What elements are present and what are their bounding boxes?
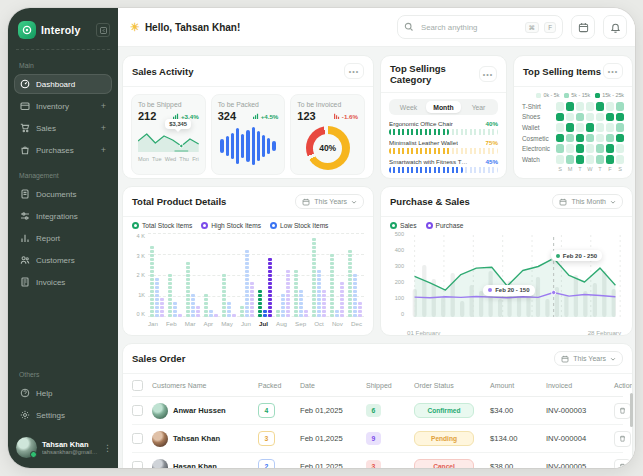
delete-button[interactable] [614, 431, 631, 447]
col-order-status: Order Status [414, 382, 486, 389]
shipped-sparkline: $3,345 [138, 128, 199, 154]
purchase-sales-body: Sales Purchase 5004003002001000 Feb 20 -… [381, 217, 632, 336]
section-label: Others [14, 367, 112, 383]
tab-week[interactable]: Week [391, 101, 426, 113]
notifications-button[interactable] [603, 15, 627, 39]
sidebar-item-settings[interactable]: Settings [14, 405, 112, 425]
trend-up-icon [253, 113, 259, 119]
row-1: Sales Activity ••• To be Shipped 212 [122, 55, 633, 179]
y-tick: 200 [390, 279, 404, 285]
items-heatmap: T-ShirtShoesWalletCosmeticElectronicWatc… [522, 102, 624, 172]
category-bar [389, 129, 498, 135]
sidebar-item-sales[interactable]: Sales + [14, 118, 112, 138]
sidebar-item-customers[interactable]: Customers [14, 250, 112, 270]
tile-value: 123 [297, 110, 315, 122]
heatmap-day-label: S [556, 166, 564, 172]
user-card[interactable]: Tahsan Khan tahsankhan@gmail.com ⋮ [8, 429, 118, 468]
sidebar-item-help[interactable]: Help [14, 383, 112, 403]
chart-tooltip: $3,345 [165, 119, 191, 129]
calendar-button[interactable] [571, 15, 595, 39]
legend-ring-icon [132, 222, 139, 229]
heatmap-cell [596, 102, 604, 111]
heatmap-row-label: Wallet [522, 124, 554, 131]
gear-icon [20, 410, 30, 420]
sidebar-item-documents[interactable]: Documents [14, 184, 112, 204]
heatmap-cell [566, 134, 574, 143]
card-head: Total Product Details This Years [123, 187, 373, 217]
period-dropdown[interactable]: This Month [552, 194, 623, 209]
bar [252, 127, 255, 165]
heatmap-day-label: M [566, 166, 574, 172]
card-title: Total Product Details [132, 196, 226, 207]
heatmap-cell [556, 134, 564, 143]
row-checkbox[interactable] [132, 461, 143, 468]
card-title: Sales Order [132, 353, 185, 364]
category-item: Smartwatch with Fitness Tracking45% [389, 158, 498, 173]
expand-icon[interactable]: + [101, 145, 106, 155]
tile-label: To be Invoiced [297, 101, 358, 108]
trend-down-icon [334, 113, 340, 119]
customer-name: Hasan Khan [173, 462, 217, 468]
more-menu-icon[interactable]: ••• [603, 63, 623, 79]
customer-avatar [152, 403, 168, 419]
tile-to-be-packed: To be Packed 324 +4.5% [211, 94, 286, 175]
heatmap-day-label: T [576, 166, 584, 172]
sidebar-collapse-icon[interactable] [96, 23, 110, 37]
category-body: Week Month Year Ergonomic Office Chair40… [381, 93, 506, 179]
expand-icon[interactable]: + [101, 123, 106, 133]
more-menu-icon[interactable]: ••• [479, 66, 497, 82]
sales-order-card: Sales Order This Years Customers Name [122, 343, 633, 468]
status-badge: Pending [414, 431, 474, 446]
stock-bar-chart: 4 K3 K2 K1K0 K [132, 233, 364, 317]
heatmap-cell [566, 102, 574, 111]
y-tick: 100 [390, 295, 404, 301]
y-tick: 0 [390, 311, 404, 317]
search-input[interactable] [419, 22, 520, 33]
search-box[interactable]: ⌘ F [397, 15, 563, 39]
delete-button[interactable] [614, 459, 631, 469]
bar [236, 128, 239, 164]
sidebar-item-dashboard[interactable]: Dashboard [14, 74, 112, 94]
packed-badge: 3 [258, 431, 275, 446]
sidebar-item-inventory[interactable]: Inventory + [14, 96, 112, 116]
status-badge: Confirmed [414, 403, 474, 418]
packed-badge: 4 [258, 403, 275, 418]
user-name: Tahsan Khan [42, 440, 98, 449]
expand-icon[interactable]: + [101, 101, 106, 111]
heatmap-cell [556, 155, 564, 164]
card-head: Sales Order This Years [123, 344, 632, 374]
sidebar-item-report[interactable]: Report [14, 228, 112, 248]
period-dropdown[interactable]: This Years [554, 351, 623, 366]
select-all-checkbox[interactable] [132, 380, 143, 391]
more-menu-icon[interactable]: ••• [344, 63, 364, 79]
user-menu-button[interactable]: ⋮ [103, 443, 112, 453]
sidebar-item-integrations[interactable]: Integrations [14, 206, 112, 226]
category-bar [389, 148, 498, 154]
tab-month[interactable]: Month [426, 101, 461, 113]
top-sellings-category-card: Top Sellings Category ••• Week Month Yea… [380, 55, 507, 179]
y-tick: 300 [390, 263, 404, 269]
row-checkbox[interactable] [132, 405, 143, 416]
delete-button[interactable] [614, 403, 631, 419]
invoice-number: INV-000003 [546, 406, 610, 415]
tab-year[interactable]: Year [461, 101, 496, 113]
sidebar-item-purchases[interactable]: Purchases + [14, 140, 112, 160]
sales-activity-card: Sales Activity ••• To be Shipped 212 [122, 55, 374, 179]
user-meta: Tahsan Khan tahsankhan@gmail.com [42, 440, 98, 455]
sidebar-item-invoices[interactable]: Invoices [14, 272, 112, 292]
scrollbar-thumb[interactable] [630, 393, 633, 427]
month-label: Oct [314, 320, 324, 327]
period-dropdown[interactable]: This Years [295, 194, 364, 209]
legend-swatch [564, 93, 569, 98]
category-value: 75% [486, 139, 498, 146]
top-selling-items-card: Top Selling Items ••• 0k - 5k 5k - 15k 1… [513, 55, 633, 179]
heatmap-cell [566, 155, 574, 164]
row-checkbox[interactable] [132, 433, 143, 444]
trash-icon [619, 407, 626, 414]
donut-center-label: 40% [313, 134, 342, 163]
chevron-down-icon [610, 199, 616, 205]
card-head: Purchase & Sales This Month [381, 187, 632, 217]
heatmap-cell [576, 144, 584, 153]
calendar-icon [578, 22, 589, 33]
y-tick: 1K [132, 292, 145, 298]
